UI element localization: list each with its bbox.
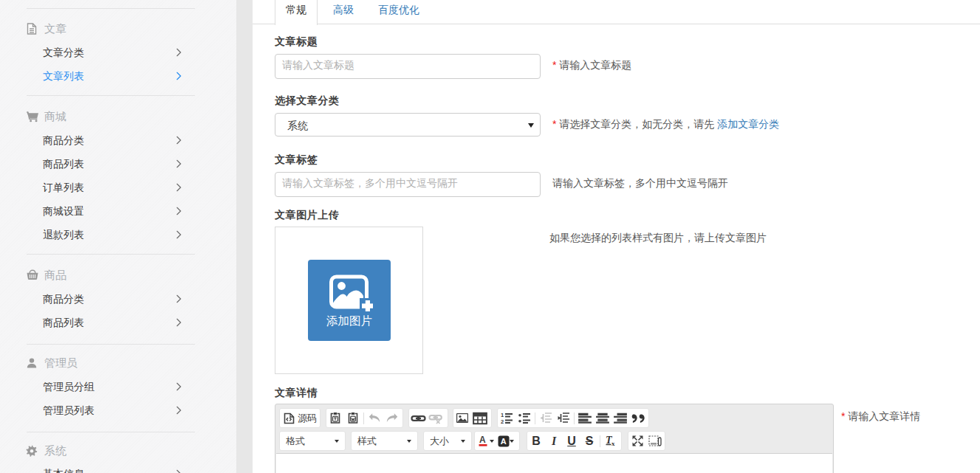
- svg-text:x: x: [611, 440, 615, 447]
- svg-text:1: 1: [501, 412, 504, 418]
- svg-text:A: A: [479, 435, 486, 445]
- svg-text:2: 2: [501, 418, 504, 424]
- svg-text:A: A: [500, 437, 506, 446]
